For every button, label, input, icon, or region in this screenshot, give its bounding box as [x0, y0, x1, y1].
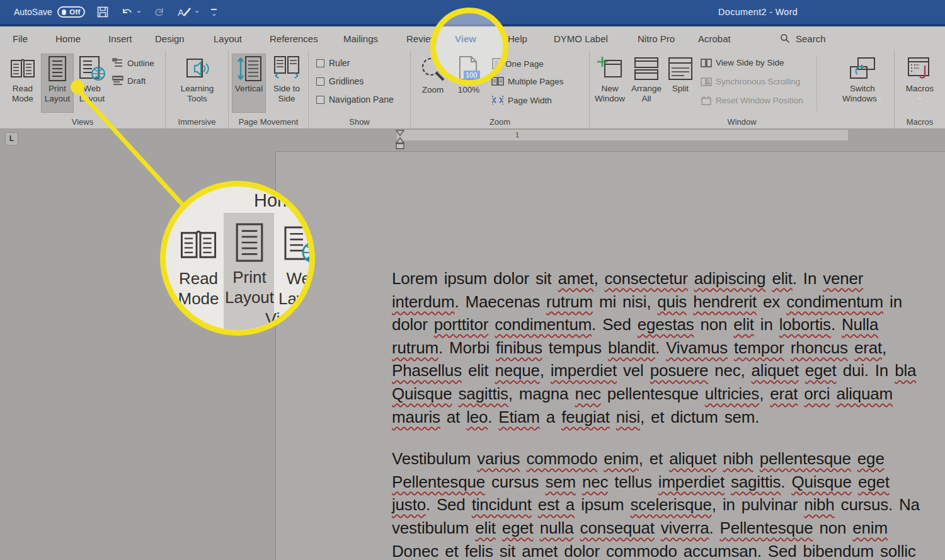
tab-view-active[interactable]: View — [455, 26, 476, 50]
text-segment: vestibulum — [392, 518, 475, 537]
text-segment: cursus. Na — [835, 495, 920, 514]
text-line[interactable]: Donec et felis sit amet dolor commodo ac… — [392, 542, 945, 560]
horizontal-ruler[interactable]: 1 — [397, 130, 848, 140]
callout-print-layout-button: Print Layout — [227, 222, 272, 307]
tab-insert[interactable]: Insert — [108, 26, 132, 50]
ruler-tick-label: 1 — [515, 131, 519, 139]
ruler-checkbox[interactable]: Ruler — [316, 58, 350, 68]
misspelled-word: est a — [538, 495, 575, 514]
text-line[interactable]: justo. Sed tincidunt est a ipsum sceleri… — [392, 495, 945, 518]
indent-markers-icon[interactable] — [394, 129, 406, 151]
tab-home[interactable]: Home — [55, 26, 81, 50]
text-segment — [452, 384, 458, 403]
navigation-pane-checkbox[interactable]: Navigation Pane — [316, 94, 394, 105]
misspelled-word: adipiscing — [694, 269, 766, 288]
split-button[interactable]: Split — [667, 55, 694, 94]
text-segment: . In — [793, 269, 823, 288]
autosave-toggle[interactable]: AutoSave Off — [14, 6, 85, 18]
tab-dymo-label[interactable]: DYMO Label — [554, 26, 608, 50]
tab-stop-selector[interactable]: L — [5, 132, 18, 146]
document-page[interactable]: Lorem ipsum dolor sit amet, consectetur … — [275, 151, 945, 560]
misspelled-word: nec — [575, 384, 600, 403]
save-button[interactable] — [96, 6, 109, 18]
side-by-side-icon — [701, 59, 712, 67]
text-segment: non — [694, 315, 734, 334]
text-line[interactable]: Pellentesque cursus sem nec tellus imper… — [392, 472, 945, 496]
text-line[interactable]: vestibulum elit eget nulla consequat viv… — [392, 518, 945, 542]
tab-review[interactable]: Review — [406, 26, 437, 50]
tab-layout[interactable]: Layout — [214, 26, 242, 50]
misspelled-word: nulla — [540, 518, 574, 537]
customize-qat-button[interactable]: ⌄ — [211, 9, 217, 15]
misspelled-word: lobortis — [779, 315, 831, 334]
outline-button[interactable]: Outline — [112, 58, 154, 68]
text-line[interactable]: rutrum. Morbi finibus tempus blandit. Vi… — [392, 338, 945, 362]
tab-help[interactable]: Help — [508, 26, 527, 50]
synchronous-scrolling-button[interactable]: Synchronous Scrolling — [701, 77, 800, 86]
tab-nitro-pro[interactable]: Nitro Pro — [638, 26, 675, 50]
text-line[interactable]: Vestibulum varius commodo enim, et aliqu… — [392, 449, 945, 472]
text-segment — [716, 449, 723, 468]
callout-web-layout-icon — [280, 226, 315, 265]
switch-windows-button[interactable]: Switch Windows — [838, 55, 887, 104]
read-mode-button[interactable]: Read Mode — [8, 55, 38, 104]
gridlines-checkbox[interactable]: Gridlines — [316, 76, 364, 86]
misspelled-word: aliquet — [752, 361, 799, 380]
arrange-all-button[interactable]: Arrange All — [629, 55, 664, 104]
text-segment: nec, — [708, 361, 751, 380]
tab-acrobat[interactable]: Acrobat — [698, 26, 731, 50]
outline-icon — [112, 58, 123, 68]
reset-window-position-label: Reset Window Position — [716, 96, 803, 105]
one-page-button[interactable]: One Page — [491, 58, 544, 69]
text-segment: . — [831, 315, 842, 334]
misspelled-word: rutrum — [546, 292, 593, 311]
text-line[interactable]: Quisque sagittis, magna nec pellentesque… — [392, 384, 945, 408]
text-line[interactable]: Phasellus elit neque, imperdiet vel posu… — [392, 361, 945, 384]
misspelled-word: mauris — [392, 408, 440, 426]
ruler-checkbox-label: Ruler — [329, 58, 350, 68]
paragraph[interactable]: Vestibulum varius commodo enim, et aliqu… — [392, 449, 945, 560]
autosave-switch-icon: Off — [57, 6, 85, 18]
draft-button[interactable]: Draft — [112, 76, 146, 86]
view-side-by-side-button[interactable]: View Side by Side — [701, 58, 784, 67]
undo-button[interactable] — [120, 6, 142, 18]
redo-button[interactable] — [153, 6, 166, 18]
side-to-side-icon — [272, 55, 301, 82]
vertical-button[interactable]: Vertical — [232, 54, 265, 112]
zoom-button[interactable]: Zoom — [416, 55, 450, 95]
document-text[interactable]: Lorem ipsum dolor sit amet, consectetur … — [392, 269, 945, 560]
macros-button[interactable]: Macros — [903, 55, 936, 104]
new-window-button[interactable]: New Window — [593, 55, 626, 104]
tab-file[interactable]: File — [13, 26, 28, 50]
autosave-state: Off — [69, 8, 81, 16]
page-width-label: Page Width — [508, 96, 552, 105]
tab-mailings[interactable]: Mailings — [343, 26, 378, 50]
multiple-pages-button[interactable]: Multiple Pages — [491, 76, 564, 86]
text-line[interactable]: interdum. Maecenas rutrum mi nisi, quis … — [392, 292, 945, 316]
print-layout-button[interactable]: Print Layout — [42, 54, 73, 112]
learning-tools-button[interactable]: Learning Tools — [177, 55, 217, 104]
tab-design[interactable]: Design — [155, 26, 185, 50]
paragraph[interactable]: Lorem ipsum dolor sit amet, consectetur … — [392, 269, 945, 430]
text-line[interactable]: Lorem ipsum dolor sit amet, consectetur … — [392, 269, 945, 292]
tab-references[interactable]: References — [270, 26, 318, 50]
text-line[interactable]: mauris at leo. Etiam a feugiat nisi, et … — [392, 408, 945, 431]
side-to-side-button[interactable]: Side to Side — [269, 55, 304, 104]
reset-window-position-button[interactable]: Reset Window Position — [701, 96, 803, 105]
magnified-callout-circle: Home Read Mode Print Layout Web Layout V… — [160, 181, 315, 336]
text-segment — [520, 449, 526, 468]
misspelled-word: aliquam — [836, 384, 893, 403]
zoom-100-button[interactable]: 100 100% — [452, 55, 485, 95]
ink-editor-button[interactable]: A — [177, 6, 200, 18]
text-segment: mi nisi, — [593, 292, 657, 311]
page-width-button[interactable]: Page Width — [491, 94, 552, 106]
text-segment — [848, 338, 854, 357]
misspelled-word: amet — [558, 269, 593, 288]
text-segment — [852, 472, 858, 491]
zoom-100-icon: 100 — [455, 55, 483, 83]
group-show: Ruler Gridlines Navigation Pane Show — [309, 50, 411, 129]
text-segment — [597, 449, 604, 468]
multiple-pages-icon — [491, 76, 504, 86]
tab-search[interactable]: Search — [780, 26, 826, 50]
text-line[interactable]: dolor porttitor condimentum. Sed egestas… — [392, 315, 945, 338]
